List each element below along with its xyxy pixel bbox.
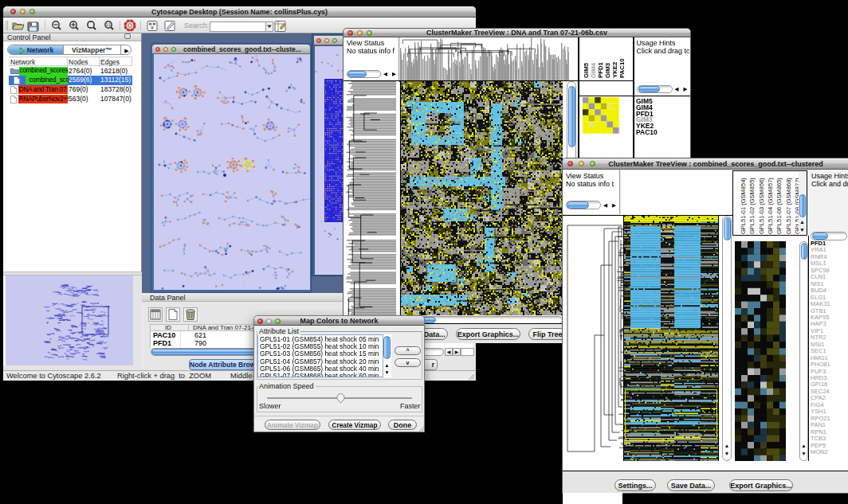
svg-text:Search:: Search:: [184, 21, 209, 29]
svg-text:1:1: 1:1: [106, 23, 112, 27]
